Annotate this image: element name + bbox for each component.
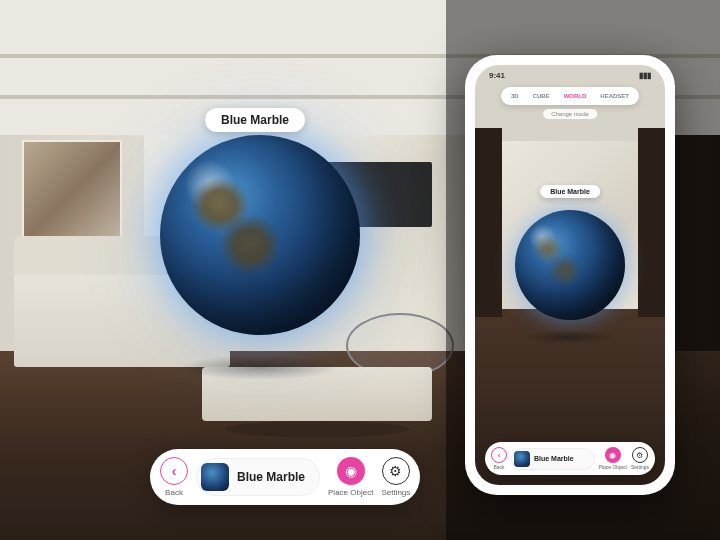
phone-mockup: 9:41 ▮▮▮ 3D CUBE WORLD HEADSET Change mo… xyxy=(465,55,675,495)
place-object-button[interactable]: ◉ Place Object xyxy=(328,457,373,497)
place-label: Place Object xyxy=(328,488,373,497)
object-title: Blue Marble xyxy=(237,470,305,484)
phone-object-title: Blue Marble xyxy=(534,455,574,462)
back-label: Back xyxy=(165,488,183,497)
settings-button[interactable]: ⚙ Settings xyxy=(381,457,410,497)
phone-settings-label: Settings xyxy=(631,464,649,470)
status-indicators-icon: ▮▮▮ xyxy=(639,71,651,80)
phone-screen: 9:41 ▮▮▮ 3D CUBE WORLD HEADSET Change mo… xyxy=(475,65,665,485)
tab-3d[interactable]: 3D xyxy=(504,90,526,102)
mode-subtitle: Change mode xyxy=(543,109,597,119)
bottom-toolbar: ‹ Back Blue Marble ◉ Place Object ⚙ Sett… xyxy=(150,449,420,505)
object-thumbnail xyxy=(201,463,229,491)
phone-globe-shadow xyxy=(525,330,615,344)
settings-label: Settings xyxy=(381,488,410,497)
ar-globe-object[interactable] xyxy=(160,135,360,335)
phone-ar-globe[interactable] xyxy=(515,210,625,320)
phone-back-button[interactable]: ‹ Back xyxy=(491,447,507,470)
pin-icon: ◉ xyxy=(605,447,621,463)
phone-object-chip[interactable]: Blue Marble xyxy=(511,448,595,470)
phone-place-button[interactable]: ◉ Place Object xyxy=(599,447,627,470)
phone-back-label: Back xyxy=(493,464,504,470)
gear-icon: ⚙ xyxy=(382,457,410,485)
globe-shadow xyxy=(180,355,340,380)
mode-tabs: 3D CUBE WORLD HEADSET xyxy=(501,87,639,105)
phone-object-thumbnail xyxy=(514,451,530,467)
phone-bottom-toolbar: ‹ Back Blue Marble ◉ Place Object ⚙ Sett… xyxy=(485,442,655,475)
tab-headset[interactable]: HEADSET xyxy=(593,90,636,102)
tab-world[interactable]: WORLD xyxy=(557,90,594,102)
object-label-pill: Blue Marble xyxy=(205,108,305,132)
pin-icon: ◉ xyxy=(337,457,365,485)
status-time: 9:41 xyxy=(489,71,505,80)
phone-settings-button[interactable]: ⚙ Settings xyxy=(631,447,649,470)
phone-shelf-right xyxy=(638,128,665,317)
gear-icon: ⚙ xyxy=(632,447,648,463)
wall-art xyxy=(22,140,123,248)
chevron-left-icon: ‹ xyxy=(160,457,188,485)
phone-object-label: Blue Marble xyxy=(540,185,600,198)
phone-status-bar: 9:41 ▮▮▮ xyxy=(475,71,665,80)
back-button[interactable]: ‹ Back xyxy=(160,457,188,497)
object-chip[interactable]: Blue Marble xyxy=(196,458,320,496)
tab-cube[interactable]: CUBE xyxy=(526,90,557,102)
chevron-left-icon: ‹ xyxy=(491,447,507,463)
phone-place-label: Place Object xyxy=(599,464,627,470)
phone-shelf-left xyxy=(475,128,502,317)
